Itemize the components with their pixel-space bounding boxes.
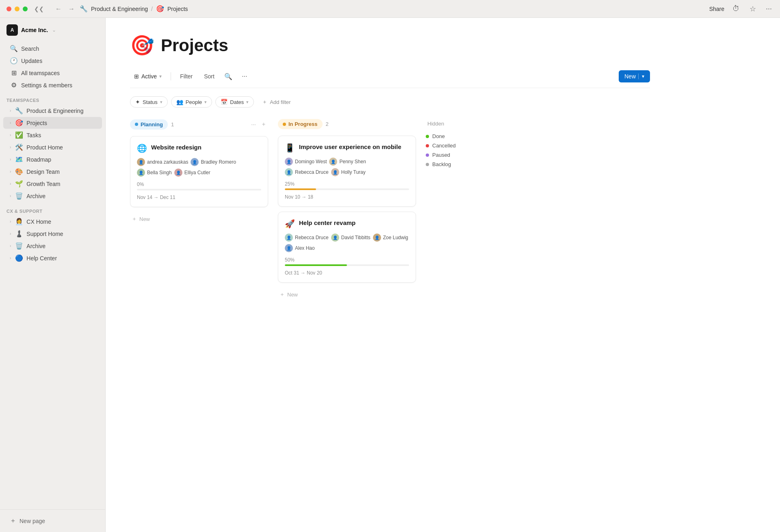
sidebar-item-projects[interactable]: › 🎯 Projects bbox=[3, 117, 102, 129]
cancelled-dot bbox=[426, 144, 429, 147]
expand-icon: › bbox=[10, 108, 11, 113]
status-filter-icon: ✦ bbox=[135, 99, 140, 105]
toolbar: ⊞ Active ▾ Filter Sort 🔍 ··· New ▾ bbox=[130, 70, 650, 88]
hidden-panel: Hidden Done Cancelled Paused Backlog bbox=[426, 117, 474, 172]
people-filter[interactable]: 👥 People ▾ bbox=[171, 96, 212, 108]
card-progress-help: 50% bbox=[285, 257, 409, 266]
person-alex: 👤 Alex Hao bbox=[285, 244, 315, 252]
card-website-redesign[interactable]: 🌐 Website redesign 👤 andrea zarkauskas 👤… bbox=[130, 136, 268, 207]
avatar-zoe: 👤 bbox=[373, 234, 381, 242]
planning-more-button[interactable]: ··· bbox=[249, 119, 258, 129]
paused-dot bbox=[426, 154, 429, 157]
sidebar-item-pe[interactable]: › 🔧 Product & Engineering bbox=[3, 105, 102, 117]
hidden-label: Hidden bbox=[426, 121, 474, 127]
dates-filter-icon: 📅 bbox=[221, 99, 228, 105]
minimize-button[interactable] bbox=[15, 6, 20, 11]
search-button[interactable]: 🔍 bbox=[222, 70, 235, 83]
back-button[interactable]: ← bbox=[54, 4, 63, 14]
sidebar-item-tasks[interactable]: › ✅ Tasks bbox=[3, 129, 102, 141]
inprogress-status-badge[interactable]: In Progress bbox=[278, 119, 323, 129]
path-icon-2: 🎯 bbox=[156, 5, 164, 13]
inprogress-dot bbox=[283, 123, 286, 126]
hidden-status-cancelled[interactable]: Cancelled bbox=[426, 141, 474, 150]
status-filter-chevron-icon: ▾ bbox=[160, 99, 162, 105]
sidebar-item-archive-cx[interactable]: › 🗑️ Archive bbox=[3, 240, 102, 252]
share-button[interactable]: Share bbox=[709, 6, 724, 12]
breadcrumb: 🔧 Product & Engineering / 🎯 Projects bbox=[80, 5, 188, 13]
workspace-chevron-icon: ⌄ bbox=[52, 27, 56, 33]
add-card-planning[interactable]: ＋ New bbox=[130, 212, 268, 226]
roadmap-icon: 🗺️ bbox=[15, 156, 23, 163]
new-page-button[interactable]: ＋ New page bbox=[3, 513, 102, 528]
hidden-status-paused[interactable]: Paused bbox=[426, 150, 474, 160]
sidebar-item-settings[interactable]: ⚙ Settings & members bbox=[3, 79, 102, 91]
card-improve-ux[interactable]: 📱 Improve user experience on mobile 👤 Do… bbox=[278, 136, 416, 207]
planning-label: Planning bbox=[141, 121, 163, 128]
expand-icon: › bbox=[10, 182, 11, 186]
sidebar-item-all-teamspaces[interactable]: ⊞ All teamspaces bbox=[3, 67, 102, 79]
planning-add-button[interactable]: ＋ bbox=[259, 119, 268, 130]
workspace-selector[interactable]: A Acme Inc. ⌄ bbox=[0, 21, 105, 42]
forward-button[interactable]: → bbox=[67, 4, 76, 14]
page-title-row: 🎯 Projects bbox=[130, 34, 650, 57]
sort-button[interactable]: Sort bbox=[200, 71, 219, 82]
avatar-rebecca-2: 👤 bbox=[285, 234, 293, 242]
person-bella: 👤 Bella Singh bbox=[137, 169, 172, 177]
hidden-status-done[interactable]: Done bbox=[426, 132, 474, 141]
view-toggle-button[interactable]: ⊞ Active ▾ bbox=[130, 71, 166, 82]
sidebar-item-growth-team[interactable]: › 🌱 Growth Team bbox=[3, 178, 102, 190]
page-title: Projects bbox=[161, 36, 228, 55]
dates-filter[interactable]: 📅 Dates ▾ bbox=[215, 96, 254, 108]
person-name-holly: Holly Turay bbox=[341, 169, 366, 175]
sidebar-item-updates[interactable]: 🕐 Updates bbox=[3, 55, 102, 67]
expand-icon: › bbox=[10, 169, 11, 174]
sidebar-item-search[interactable]: 🔍 Search bbox=[3, 43, 102, 54]
sidebar-growth-team-label: Growth Team bbox=[26, 181, 60, 187]
add-card-inprogress[interactable]: ＋ New bbox=[278, 288, 416, 301]
person-name-bradley: Bradley Romero bbox=[201, 159, 236, 165]
sidebar-item-help-center[interactable]: › 🔵 Help Center bbox=[3, 252, 102, 264]
path-name-2[interactable]: Projects bbox=[167, 6, 188, 12]
sidebar-archive-pe-label: Archive bbox=[26, 193, 46, 199]
more-options-button[interactable]: ··· bbox=[764, 3, 774, 15]
card-progress-website: 0% bbox=[137, 182, 261, 190]
progress-bar-bg-website bbox=[137, 189, 261, 190]
more-icon: ··· bbox=[242, 73, 247, 80]
add-filter-button[interactable]: ＋ Add filter bbox=[257, 96, 295, 108]
people-filter-label: People bbox=[186, 99, 202, 105]
more-button[interactable]: ··· bbox=[238, 70, 251, 83]
collapse-sidebar-button[interactable]: ❮❮ bbox=[34, 6, 44, 12]
done-label: Done bbox=[432, 133, 445, 139]
inprogress-count: 2 bbox=[326, 121, 329, 127]
close-button[interactable] bbox=[6, 6, 11, 11]
person-elliya: 👤 Elliya Cutler bbox=[174, 169, 210, 177]
planning-dot bbox=[135, 123, 138, 126]
sidebar-item-roadmap[interactable]: › 🗺️ Roadmap bbox=[3, 154, 102, 165]
planning-status-badge[interactable]: Planning bbox=[130, 119, 168, 130]
card-help-center[interactable]: 🚀 Help center revamp 👤 Rebecca Druce 👤 D… bbox=[278, 212, 416, 283]
new-button-arrow-icon: ▾ bbox=[638, 74, 644, 79]
sidebar-tasks-label: Tasks bbox=[26, 132, 41, 138]
status-filter[interactable]: ✦ Status ▾ bbox=[130, 96, 168, 108]
star-button[interactable]: ☆ bbox=[748, 3, 758, 15]
person-name-rebecca-2: Rebecca Druce bbox=[295, 235, 329, 240]
archive-cx-icon: 🗑️ bbox=[15, 242, 23, 250]
path-name-1[interactable]: Product & Engineering bbox=[91, 6, 148, 12]
filter-button[interactable]: Filter bbox=[176, 71, 197, 82]
maximize-button[interactable] bbox=[23, 6, 28, 11]
sidebar-item-product-home[interactable]: › 🛠️ Product Home bbox=[3, 141, 102, 153]
sidebar-item-cx-home[interactable]: › 👩‍💼 CX Home bbox=[3, 216, 102, 227]
sidebar-item-design-team[interactable]: › 🎨 Design Team bbox=[3, 166, 102, 177]
main-content: 🎯 Projects ⊞ Active ▾ Filter Sort 🔍 ··· … bbox=[106, 0, 780, 532]
dates-filter-chevron-icon: ▾ bbox=[246, 99, 249, 105]
sidebar-item-settings-label: Settings & members bbox=[21, 82, 72, 89]
history-button[interactable]: ⏱ bbox=[731, 3, 741, 15]
sidebar-item-archive-pe[interactable]: › 🗑️ Archive bbox=[3, 190, 102, 202]
hidden-status-backlog[interactable]: Backlog bbox=[426, 160, 474, 169]
avatar-bella: 👤 bbox=[137, 169, 145, 177]
card-dates-website: Nov 14 → Dec 11 bbox=[137, 195, 261, 200]
teamspaces-icon: ⊞ bbox=[10, 69, 18, 77]
sidebar-item-support-home[interactable]: › ♟️ Support Home bbox=[3, 228, 102, 240]
backlog-dot bbox=[426, 163, 429, 166]
new-button[interactable]: New ▾ bbox=[619, 70, 650, 82]
